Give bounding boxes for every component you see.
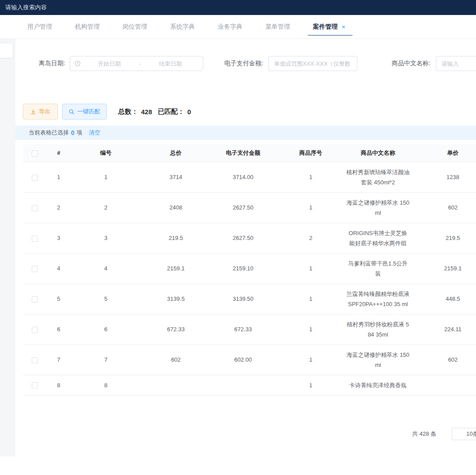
row-checkbox[interactable]: [32, 327, 38, 333]
table-header-row: # 编号 总价 电子支付金额 商品序号 商品中文名称 单价: [23, 144, 476, 162]
tab-business-dict[interactable]: 业务字典: [217, 15, 243, 38]
date-filter-label: 离岛日期:: [39, 60, 65, 67]
toolbar: 导出 一键匹配 总数： 428 已匹配： 0: [23, 104, 476, 120]
row-checkbox[interactable]: [32, 205, 38, 211]
product-name-filter-label: 商品中文名称:: [392, 60, 431, 67]
start-date-input[interactable]: [82, 60, 137, 67]
end-date-input[interactable]: [143, 60, 198, 67]
matched-value: 0: [187, 108, 191, 116]
left-gutter: [0, 39, 15, 456]
tab-post-mgmt[interactable]: 岗位管理: [122, 15, 148, 38]
active-tab-underline: [308, 35, 353, 36]
col-epay: 电子支付金额: [211, 144, 275, 162]
download-icon: [30, 109, 36, 115]
table-row: 1 1 3714 3714.00 1 植村秀新琥珀臻萃洁颜油套装 450ml*2…: [23, 162, 476, 192]
search-icon: [69, 109, 74, 115]
row-checkbox[interactable]: [32, 382, 38, 389]
col-total: 总价: [141, 144, 211, 162]
table-row: 2 2 2408 2627.50 1 海蓝之谜修护精萃水 150ml 602: [23, 192, 476, 223]
selection-count: 0: [71, 129, 74, 136]
total-value: 428: [141, 108, 152, 116]
table-row: 8 8 1 卡诗菁纯亮泽经典香氛: [23, 375, 476, 395]
row-checkbox[interactable]: [32, 266, 38, 272]
clock-icon: [74, 60, 81, 67]
date-range-separator: -: [137, 60, 142, 67]
selection-prefix: 当前表格已选择: [29, 129, 69, 137]
filter-row: 离岛日期: - 电子支付金额: 商品中文名称:: [15, 56, 476, 71]
pagination-bar: 共 428 条 10条/页: [15, 428, 476, 440]
table-row: 6 6 672.33 672.33 1 植村秀羽纱持妆粉底液 584 35ml …: [23, 314, 476, 344]
product-name-input[interactable]: [436, 56, 476, 71]
amount-filter-label: 电子支付金额:: [224, 60, 263, 67]
table-row: 5 5 3139.5 3139.50 1 兰蔻菁纯臻颜精华粉底液SPF20PA+…: [23, 284, 476, 314]
tab-org-mgmt[interactable]: 机构管理: [74, 15, 100, 38]
row-checkbox[interactable]: [32, 296, 38, 303]
one-click-match-button[interactable]: 一键匹配: [62, 104, 107, 120]
select-all-checkbox[interactable]: [32, 150, 38, 157]
col-index: #: [47, 144, 71, 162]
tab-user-mgmt[interactable]: 用户管理: [26, 15, 53, 38]
top-navbar: 请输入搜索内容: [0, 0, 476, 15]
tab-case-mgmt[interactable]: 案件管理 ×: [312, 15, 346, 38]
col-unit: 单价: [410, 144, 476, 162]
table-row: 3 3 219.5 2627.50 2 ORIGINS韦博士灵芝焕能好底子精华水…: [23, 223, 476, 253]
row-checkbox[interactable]: [32, 236, 38, 242]
global-search-input[interactable]: 请输入搜索内容: [5, 4, 47, 11]
matched-label: 已匹配：: [158, 108, 184, 116]
epay-amount-input[interactable]: [268, 56, 357, 71]
table-row: 7 7 602 602.00 1 海蓝之谜修护精萃水 150ml 602: [23, 344, 476, 375]
case-mgmt-page: 离岛日期: - 电子支付金额: 商品中文名称: 导出 一键匹配: [0, 39, 476, 475]
data-table: # 编号 总价 电子支付金额 商品序号 商品中文名称 单价 1 1 3714: [23, 144, 476, 397]
page-size-select[interactable]: 10条/页: [452, 428, 476, 440]
tab-system-dict[interactable]: 系统字典: [169, 15, 196, 38]
selection-suffix: 项: [77, 129, 82, 137]
col-seq: 商品序号: [275, 144, 346, 162]
clear-selection-link[interactable]: 清空: [89, 129, 100, 137]
content-card: 离岛日期: - 电子支付金额: 商品中文名称: 导出 一键匹配: [15, 39, 476, 456]
collapsed-panel-box[interactable]: [0, 43, 13, 58]
selection-bar: 当前表格已选择 0 项 清空: [15, 126, 476, 140]
date-range-picker[interactable]: -: [70, 56, 203, 71]
tab-close-icon[interactable]: ×: [342, 23, 346, 30]
row-checkbox[interactable]: [32, 175, 38, 181]
row-checkbox[interactable]: [32, 357, 38, 363]
tab-bar: 用户管理 机构管理 岗位管理 系统字典 业务字典 菜单管理 案件管理 ×: [0, 15, 476, 39]
tab-menu-mgmt[interactable]: 菜单管理: [264, 15, 291, 38]
export-button[interactable]: 导出: [23, 104, 58, 120]
col-code: 编号: [71, 144, 141, 162]
table-stats: 总数： 428 已匹配： 0: [118, 108, 191, 116]
table-row: 4 4 2159.1 2159.10 1 马爹利蓝带干邑1.5公升装 2159.…: [23, 253, 476, 284]
pagination-total: 共 428 条: [412, 430, 436, 438]
col-name: 商品中文名称: [346, 144, 410, 162]
total-label: 总数：: [118, 108, 138, 116]
